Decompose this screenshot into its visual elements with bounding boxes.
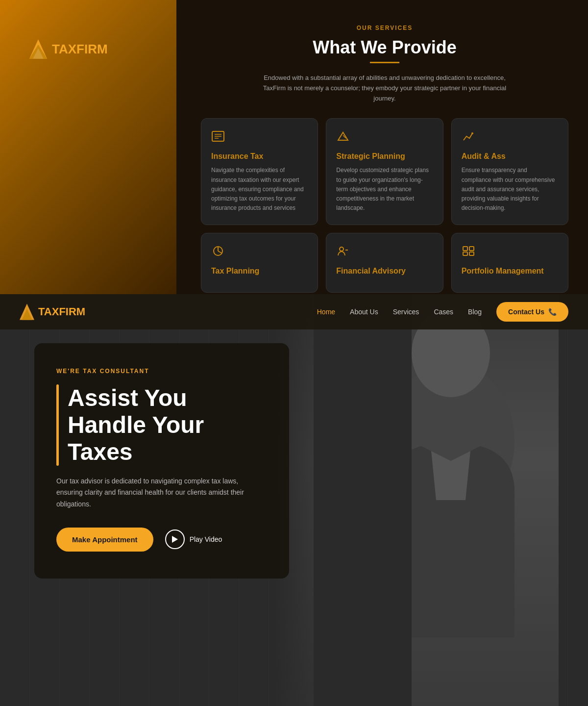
contact-us-button[interactable]: Contact Us 📞 — [496, 302, 568, 322]
hero-subtitle: Our tax advisor is dedicated to navigati… — [56, 476, 252, 510]
nav-logo: TAXFIRM — [20, 303, 85, 320]
nav-link-home[interactable]: Home — [317, 308, 335, 316]
services-grid: Insurance Tax Navigate the complexities … — [201, 118, 568, 293]
nav-logo-text: TAXFIRM — [38, 305, 85, 318]
services-title-underline — [370, 62, 399, 63]
service-card-financial[interactable]: Financial Advisory — [326, 233, 443, 293]
nav-item-blog[interactable]: Blog — [468, 307, 482, 316]
service-name-financial: Financial Advisory — [336, 267, 433, 276]
service-name-portfolio: Portfolio Management — [462, 267, 558, 276]
play-video-label: Play Video — [190, 535, 222, 543]
nav-link-services[interactable]: Services — [393, 308, 419, 316]
play-circle-icon — [165, 530, 185, 549]
services-description: Endowed with a substantial array of abil… — [262, 73, 507, 103]
hero-person-bg — [274, 294, 559, 706]
service-card-portfolio[interactable]: Portfolio Management — [451, 233, 568, 293]
nav-item-about[interactable]: About Us — [350, 307, 378, 316]
nav-link-cases[interactable]: Cases — [434, 308, 453, 316]
service-card-audit[interactable]: Audit & Ass Ensure transparency and comp… — [451, 118, 568, 225]
arrow-icon — [336, 130, 433, 145]
svg-rect-14 — [469, 247, 474, 251]
pie-icon — [211, 245, 308, 260]
services-title: What We Provide — [201, 37, 568, 58]
hand-icon — [336, 245, 433, 260]
hero-eyebrow: WE'RE TAX CONSULTANT — [56, 368, 267, 375]
svg-rect-19 — [314, 294, 412, 706]
services-panel: OUR SERVICES What We Provide Endowed wit… — [176, 0, 588, 294]
service-name-tax: Tax Planning — [211, 267, 308, 276]
hero-actions: Make Appointment Play Video — [56, 528, 267, 552]
play-video-button[interactable]: Play Video — [165, 530, 222, 549]
service-name-strategic: Strategic Planning — [336, 152, 433, 161]
svg-rect-16 — [469, 252, 474, 255]
grid-icon — [462, 245, 558, 260]
service-desc-insurance: Navigate the complexities of insurance t… — [211, 166, 308, 213]
hero-title: Assist You Handle Your Taxes — [68, 384, 204, 466]
person-silhouette — [314, 294, 559, 706]
service-desc-strategic: Develop customized strategic plans to gu… — [336, 166, 433, 213]
service-name-insurance: Insurance Tax — [211, 152, 308, 161]
hero-left-bar — [56, 384, 59, 466]
nav-links: Home About Us Services Cases Blog — [317, 307, 482, 316]
svg-rect-13 — [463, 247, 467, 251]
hero-content-card: WE'RE TAX CONSULTANT Assist You Handle Y… — [34, 343, 289, 579]
make-appointment-button[interactable]: Make Appointment — [56, 528, 153, 552]
contact-us-label: Contact Us — [508, 308, 544, 316]
nav-item-services[interactable]: Services — [393, 307, 419, 316]
receipt-icon — [211, 130, 308, 145]
top-logo-icon — [29, 39, 47, 59]
svg-marker-7 — [338, 132, 348, 140]
phone-icon: 📞 — [548, 308, 557, 316]
service-desc-audit: Ensure transparency and compliance with … — [462, 166, 558, 213]
service-card-insurance[interactable]: Insurance Tax Navigate the complexities … — [201, 118, 318, 225]
services-section: TAXFIRM OUR SERVICES What We Provide End… — [0, 0, 588, 294]
svg-marker-22 — [172, 536, 178, 543]
nav-logo-icon — [20, 303, 34, 320]
navbar: TAXFIRM Home About Us Services Cases Blo… — [0, 294, 588, 329]
nav-item-home[interactable]: Home — [317, 307, 335, 316]
svg-rect-15 — [463, 252, 467, 255]
chart-icon — [462, 130, 558, 145]
play-triangle-icon — [172, 536, 178, 543]
svg-point-11 — [340, 247, 343, 251]
service-name-audit: Audit & Ass — [462, 152, 558, 161]
top-logo-text: TAXFIRM — [52, 42, 108, 57]
service-card-strategic[interactable]: Strategic Planning Develop customized st… — [326, 118, 443, 225]
svg-point-9 — [471, 132, 473, 134]
nav-item-cases[interactable]: Cases — [434, 307, 453, 316]
services-eyebrow: OUR SERVICES — [201, 25, 568, 31]
hero-title-wrapper: Assist You Handle Your Taxes — [56, 384, 267, 466]
nav-link-blog[interactable]: Blog — [468, 308, 482, 316]
nav-link-about[interactable]: About Us — [350, 308, 378, 316]
service-card-tax[interactable]: Tax Planning — [201, 233, 318, 293]
hero-section: TAXFIRM Home About Us Services Cases Blo… — [0, 294, 588, 706]
top-logo: TAXFIRM — [29, 39, 108, 59]
